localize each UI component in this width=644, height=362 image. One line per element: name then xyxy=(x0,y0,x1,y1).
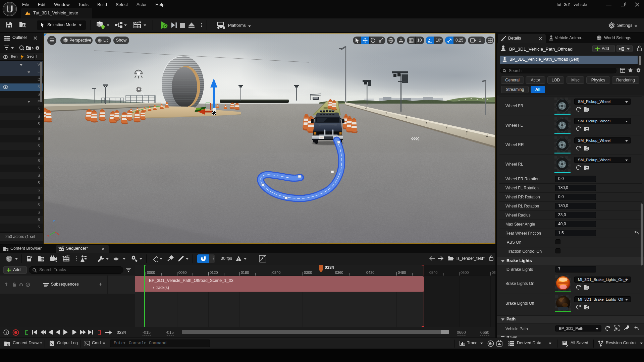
svg-text:x: x xyxy=(47,234,49,238)
svg-text:z: z xyxy=(53,219,55,223)
